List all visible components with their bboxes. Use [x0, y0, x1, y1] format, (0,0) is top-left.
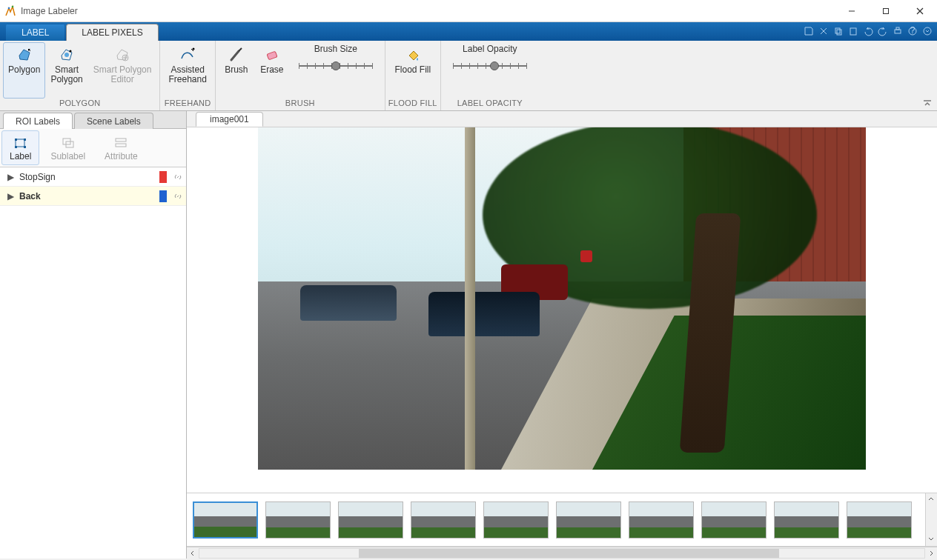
scroll-right-icon[interactable]	[927, 548, 937, 559]
label-opacity-label: Label Opacity	[463, 44, 517, 59]
thumbnail-image	[847, 502, 911, 538]
cut-icon[interactable]	[817, 24, 830, 38]
hscroll-track[interactable]	[199, 548, 925, 559]
label-color-swatch	[159, 190, 167, 202]
thumbnail[interactable]	[193, 501, 258, 539]
maximize-button[interactable]	[869, 0, 903, 22]
document-tabs: image001	[187, 111, 937, 127]
thumbnail-image	[339, 502, 403, 538]
expand-icon[interactable]: ▶	[7, 191, 15, 201]
add-sublabel-button[interactable]: Sublabel	[42, 130, 93, 165]
canvas-area[interactable]	[187, 127, 937, 493]
hscroll-thumb[interactable]	[359, 549, 779, 558]
polygon-icon	[16, 46, 33, 64]
help-icon[interactable]: ?	[906, 24, 919, 38]
thumbnail-image	[629, 502, 693, 538]
scroll-left-icon[interactable]	[187, 548, 197, 559]
tab-label-pixels-text: LABEL PIXELS	[82, 27, 142, 38]
thumbnail[interactable]	[556, 501, 621, 539]
add-sublabel-icon	[60, 135, 76, 151]
smart-polygon-editor-label: Smart Polygon Editor	[93, 64, 152, 84]
filmstrip-vscroll[interactable]	[925, 493, 937, 546]
svg-rect-20	[15, 139, 17, 141]
label-list: ▶StopSign▶Back	[0, 167, 186, 559]
smart-polygon-icon	[58, 46, 76, 64]
flood-fill-button[interactable]: Flood Fill	[389, 42, 436, 99]
flood-fill-label: Flood Fill	[394, 64, 431, 75]
svg-rect-9	[895, 30, 901, 33]
thumbnail-image	[557, 502, 620, 538]
ribbon-group-label-opacity: Label Opacity LABEL OPACITY	[441, 41, 539, 110]
thumbnail[interactable]	[483, 501, 549, 539]
thumbnail[interactable]	[774, 501, 839, 539]
link-icon[interactable]	[173, 172, 186, 182]
tab-label-pixels[interactable]: LABEL PIXELS	[66, 24, 158, 41]
labels-subtabs: ROI Labels Scene Labels	[0, 111, 186, 129]
smart-polygon-editor-button[interactable]: Smart Polygon Editor	[88, 42, 157, 99]
scroll-down-icon[interactable]	[927, 536, 936, 544]
svg-point-0	[8, 7, 10, 9]
svg-rect-26	[116, 139, 126, 141]
image-browser	[187, 493, 937, 547]
smart-polygon-button[interactable]: Smart Polygon	[45, 42, 87, 99]
svg-rect-10	[896, 27, 899, 30]
thumbnail[interactable]	[338, 501, 403, 539]
add-label-button[interactable]: Label	[1, 130, 39, 165]
tab-scene-labels-text: Scene Labels	[87, 116, 141, 127]
content-area: ROI Labels Scene Labels Label Sublabel A…	[0, 111, 937, 559]
thumbnail-image	[194, 503, 256, 537]
expand-icon[interactable]: ▶	[7, 172, 15, 182]
thumbnail[interactable]	[701, 501, 767, 539]
collapse-ribbon-button[interactable]	[922, 99, 933, 109]
assisted-freehand-label: Assisted Freehand	[168, 64, 206, 84]
group-label-flood-fill: FLOOD FILL	[388, 99, 437, 110]
add-attribute-icon	[113, 135, 129, 151]
thumbnail[interactable]	[265, 501, 331, 539]
svg-rect-21	[24, 139, 26, 141]
ribbon-group-flood-fill: Flood Fill FLOOD FILL	[385, 41, 441, 110]
label-row[interactable]: ▶Back	[0, 187, 186, 206]
undo-icon[interactable]	[861, 24, 875, 38]
smart-polygon-editor-icon	[113, 46, 131, 64]
label-row[interactable]: ▶StopSign	[0, 167, 186, 187]
link-icon[interactable]	[173, 191, 186, 201]
quick-access-toolbar: ?	[802, 24, 934, 38]
image-panel: image001	[187, 111, 937, 559]
save-icon[interactable]	[802, 24, 815, 38]
add-attribute-button[interactable]: Attribute	[96, 130, 146, 165]
polygon-button[interactable]: Polygon	[3, 42, 45, 99]
tab-roi-labels[interactable]: ROI Labels	[3, 113, 73, 129]
tab-label[interactable]: LABEL	[6, 24, 64, 41]
brush-size-slider[interactable]	[299, 59, 373, 73]
more-icon[interactable]	[921, 24, 934, 38]
document-tab-image[interactable]: image001	[196, 112, 263, 127]
paste-icon[interactable]	[847, 24, 860, 38]
assisted-freehand-button[interactable]: Assisted Freehand	[163, 42, 211, 99]
erase-label: Erase	[260, 64, 283, 75]
erase-button[interactable]: Erase	[254, 42, 290, 99]
thumbnail[interactable]	[411, 501, 476, 539]
label-opacity-slider[interactable]	[453, 59, 527, 73]
horizontal-scrollbar[interactable]	[187, 547, 937, 559]
copy-icon[interactable]	[832, 24, 845, 38]
tab-scene-labels[interactable]: Scene Labels	[74, 113, 153, 129]
redo-icon[interactable]	[876, 24, 890, 38]
thumbnail[interactable]	[629, 501, 694, 539]
minimize-button[interactable]	[835, 0, 869, 22]
svg-point-15	[70, 50, 72, 53]
group-label-freehand: FREEHAND	[165, 99, 211, 110]
thumbnail-image	[702, 502, 766, 538]
add-label-text: Label	[10, 151, 31, 161]
tab-label-text: LABEL	[21, 27, 49, 38]
assisted-freehand-icon	[179, 46, 196, 64]
svg-rect-27	[116, 144, 126, 147]
thumbnail[interactable]	[847, 501, 912, 539]
brush-button[interactable]: Brush	[219, 42, 254, 99]
brush-label: Brush	[225, 64, 248, 75]
window-title: Image Labeler	[21, 6, 78, 16]
close-button[interactable]	[903, 0, 937, 22]
main-image[interactable]	[258, 127, 866, 470]
scroll-up-icon[interactable]	[927, 495, 936, 504]
add-sublabel-text: Sublabel	[50, 151, 85, 161]
print-icon[interactable]	[891, 24, 904, 38]
